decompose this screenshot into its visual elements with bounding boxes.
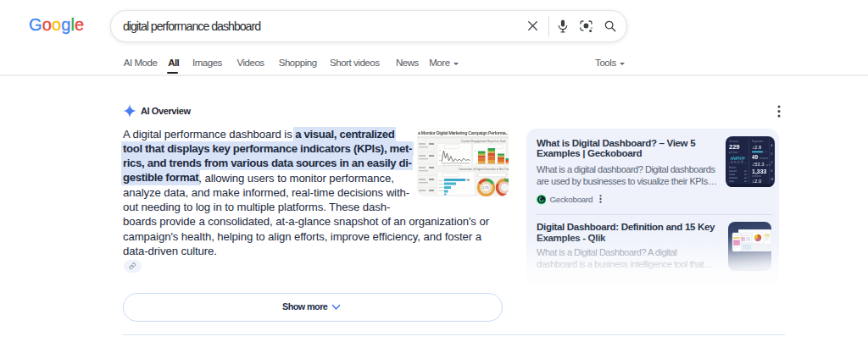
svg-text:1: 1 [771,152,772,156]
svg-text:Content Engagement Report on D: Content Engagement Report on Date [461,139,506,142]
svg-text:3: 3 [771,161,772,164]
svg-text:↓2.0: ↓2.0 [752,179,762,184]
svg-text:49: 49 [752,154,759,160]
svg-text:1 2 3 4 5 6 7 8 9 10: 1 2 3 4 5 6 7 8 9 10 11 12 [442,163,462,165]
svg-text:a Monitor Digital Marketing Ca: a Monitor Digital Marketing Campaign Per… [418,130,509,135]
svg-text:4: 4 [771,144,772,147]
svg-text:per hour: per hour [729,151,737,154]
svg-text:Pageviews: Pageviews [752,140,764,143]
svg-text:Conversion of Digital Channels: Conversion of Digital Channels in Net Tr… [459,168,509,171]
svg-text:↓2.8: ↓2.8 [752,145,762,150]
svg-text:Events: Events [729,166,737,169]
svg-text:sessions: sessions [752,174,761,178]
svg-text:6: 6 [771,169,772,173]
svg-text:M: M [771,178,773,181]
svg-text:sessions: sessions [760,157,769,160]
svg-text:1.7%: 1.7% [483,185,489,189]
svg-text:↓53.3: ↓53.3 [752,162,765,167]
